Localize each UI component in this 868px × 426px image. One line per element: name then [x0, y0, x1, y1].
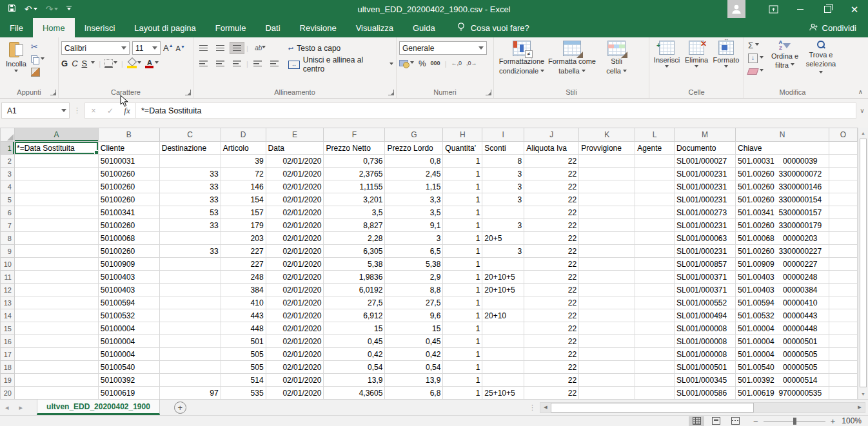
cell-F16[interactable]: 0,45	[324, 335, 385, 348]
customize-qat-button[interactable]	[66, 6, 72, 12]
cell-E13[interactable]: 02/01/2020	[266, 296, 324, 309]
cell-L11[interactable]	[635, 271, 675, 284]
tab-visualizza[interactable]: Visualizza	[346, 18, 403, 37]
cell-B12[interactable]: 50100403	[98, 284, 159, 296]
cell-K10[interactable]	[579, 258, 635, 271]
page-layout-view-button[interactable]	[708, 416, 724, 426]
horizontal-scrollbar-thumb[interactable]	[551, 403, 754, 412]
cell-A8[interactable]	[14, 232, 98, 245]
cell-B11[interactable]: 50100403	[98, 271, 159, 284]
cell-L7[interactable]	[635, 219, 675, 232]
cell-G5[interactable]: 3,3	[385, 193, 443, 206]
cell-F5[interactable]: 3,201	[324, 193, 385, 206]
cell-J18[interactable]: 22	[524, 361, 579, 374]
clear-button[interactable]	[748, 66, 764, 77]
cell-A6[interactable]	[14, 206, 98, 219]
cell-G20[interactable]: 6,8	[385, 387, 443, 400]
cell-F19[interactable]: 13,9	[324, 374, 385, 387]
delete-cells-button[interactable]: ✕ Elimina	[682, 39, 711, 70]
formula-input[interactable]: *=Data Sostituita	[136, 102, 856, 119]
cell-H4[interactable]: 1	[443, 180, 482, 193]
cell-L14[interactable]	[635, 309, 675, 322]
cell-B16[interactable]: 50100004	[98, 335, 159, 348]
cell-C20[interactable]: 97	[159, 387, 221, 400]
cell-B4[interactable]: 50100260	[98, 180, 159, 193]
cell-E5[interactable]: 02/01/2020	[266, 193, 324, 206]
cell-J12[interactable]: 22	[524, 284, 579, 296]
row-header-1[interactable]: 1	[1, 142, 15, 155]
align-bottom-button[interactable]	[230, 42, 244, 54]
cell-L12[interactable]	[635, 284, 675, 296]
cell-K13[interactable]	[579, 296, 635, 309]
cell-A16[interactable]	[14, 335, 98, 348]
insert-cells-button[interactable]: + Inserisci	[652, 39, 682, 70]
cell-L17[interactable]	[635, 348, 675, 361]
cell-B6[interactable]: 50100341	[98, 206, 159, 219]
cell-K15[interactable]	[579, 322, 635, 335]
cell-J20[interactable]: 22	[524, 387, 579, 400]
scroll-up-icon[interactable]: ▲	[858, 128, 868, 138]
cell-D2[interactable]: 39	[221, 155, 266, 168]
cell-D13[interactable]: 410	[221, 296, 266, 309]
expand-formula-bar-button[interactable]: ∨	[856, 107, 868, 114]
row-header-13[interactable]: 13	[1, 296, 15, 309]
cell-O14[interactable]	[829, 309, 858, 322]
cell-C16[interactable]	[159, 335, 221, 348]
collapse-ribbon-button[interactable]: ∧	[858, 88, 863, 95]
cell-A5[interactable]	[14, 193, 98, 206]
cell-B5[interactable]: 50100260	[98, 193, 159, 206]
cell-J19[interactable]: 22	[524, 374, 579, 387]
cell-M14[interactable]: SL001/000494	[675, 309, 736, 322]
save-icon[interactable]	[8, 4, 16, 14]
row-header-12[interactable]: 12	[1, 284, 15, 296]
cell-O12[interactable]	[829, 284, 858, 296]
fill-button[interactable]: ↓	[748, 53, 764, 64]
row-header-19[interactable]: 19	[1, 374, 15, 387]
column-header-B[interactable]: B	[98, 128, 159, 142]
number-format-select[interactable]: Generale	[399, 41, 487, 55]
format-cells-button[interactable]: ↔ Formato	[711, 39, 741, 70]
cell-E20[interactable]: 02/01/2020	[266, 387, 324, 400]
cell-O4[interactable]	[829, 180, 858, 193]
percent-style-button[interactable]: %	[419, 59, 426, 68]
cell-G18[interactable]: 0,54	[385, 361, 443, 374]
tab-dati[interactable]: Dati	[255, 18, 290, 37]
enter-entry-button[interactable]: ✓	[102, 106, 119, 115]
cell-H5[interactable]: 1	[443, 193, 482, 206]
cell-E6[interactable]: 02/01/2020	[266, 206, 324, 219]
cell-O13[interactable]	[829, 296, 858, 309]
column-header-K[interactable]: K	[579, 128, 635, 142]
cell-K6[interactable]	[579, 206, 635, 219]
cell-G17[interactable]: 0,42	[385, 348, 443, 361]
cell-N11[interactable]: 501.00403 00000248	[736, 271, 829, 284]
row-header-4[interactable]: 4	[1, 180, 15, 193]
cell-A3[interactable]	[14, 168, 98, 180]
formula-bar-splitter[interactable]: ⋮	[70, 106, 84, 115]
cell-E17[interactable]: 02/01/2020	[266, 348, 324, 361]
cell-M4[interactable]: SL001/000231	[675, 180, 736, 193]
cell-F10[interactable]: 5,38	[324, 258, 385, 271]
cell-C12[interactable]	[159, 284, 221, 296]
cell-O20[interactable]	[829, 387, 858, 400]
cell-J1[interactable]: Aliquota Iva	[524, 142, 579, 155]
cell-L5[interactable]	[635, 193, 675, 206]
cell-I2[interactable]: 8	[482, 155, 524, 168]
cell-H12[interactable]: 1	[443, 284, 482, 296]
copy-button[interactable]	[31, 54, 44, 64]
row-header-15[interactable]: 15	[1, 322, 15, 335]
cell-O1[interactable]	[829, 142, 858, 155]
cell-L1[interactable]: Agente	[635, 142, 675, 155]
cell-L9[interactable]	[635, 245, 675, 258]
zoom-slider-thumb[interactable]	[793, 418, 796, 425]
cell-D14[interactable]: 443	[221, 309, 266, 322]
cell-L20[interactable]	[635, 387, 675, 400]
row-header-5[interactable]: 5	[1, 193, 15, 206]
cell-N16[interactable]: 501.00004 00000501	[736, 335, 829, 348]
cell-O16[interactable]	[829, 335, 858, 348]
cell-D20[interactable]: 535	[221, 387, 266, 400]
row-header-10[interactable]: 10	[1, 258, 15, 271]
decrease-indent-button[interactable]	[250, 57, 265, 70]
appunti-dialog-launcher[interactable]	[50, 90, 56, 95]
cell-F9[interactable]: 6,305	[324, 245, 385, 258]
cell-F6[interactable]: 3,5	[324, 206, 385, 219]
